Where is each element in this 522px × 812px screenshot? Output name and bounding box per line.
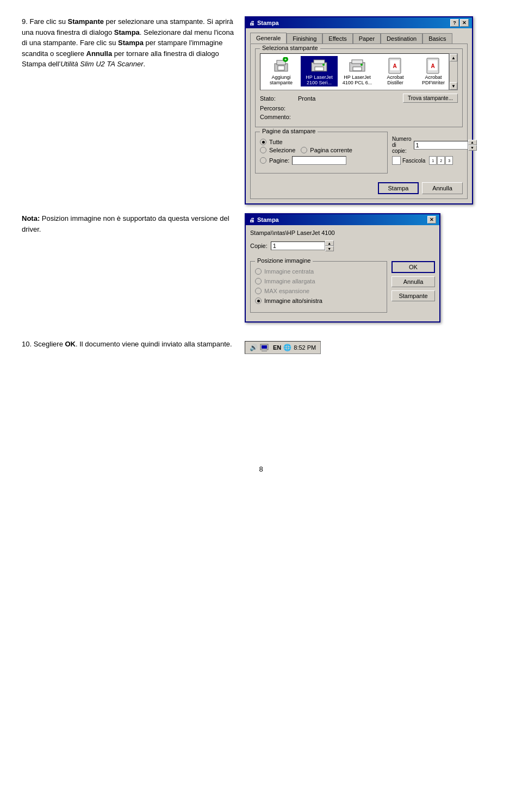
copie-down-btn[interactable]: ▼: [468, 145, 477, 151]
printer-hp2100-icon: [310, 57, 328, 75]
dialog1-close-btn[interactable]: ✕: [460, 19, 469, 27]
dialog2-stampante-btn[interactable]: Stampante: [391, 290, 435, 301]
dialog2-printer-name: Stampa\\ntas\HP LaserJet 4100: [250, 230, 435, 236]
tab-generale[interactable]: Generale: [250, 33, 287, 44]
radio-max[interactable]: MAX espansione: [255, 288, 382, 294]
radio-pagine[interactable]: Pagine:: [260, 156, 383, 165]
svg-rect-22: [262, 351, 267, 351]
percorso-label: Percorso:: [260, 105, 298, 111]
dialog1-title-bar: 🖨 Stampa ? ✕: [246, 17, 472, 28]
middle-section: Nota: Posizion immagine non è supportato…: [22, 213, 500, 323]
radio-selezione-input[interactable]: [260, 147, 266, 153]
pagine-group-title: Pagine da stampare: [260, 128, 318, 134]
svg-rect-21: [263, 350, 266, 351]
dialog2-copie-label: Copie:: [250, 243, 268, 249]
dialog2-copie-up[interactable]: ▲: [325, 240, 334, 246]
tab-effects[interactable]: Effects: [322, 33, 352, 44]
radio-alto-sinistra[interactable]: Immagine alto/sinistra: [255, 297, 382, 304]
stampa-btn[interactable]: Stampa: [378, 182, 419, 194]
taskbar-network-icon: 🌐: [283, 344, 291, 351]
dialog2-close-btn[interactable]: ✕: [427, 216, 436, 224]
printer-list-scrollbar[interactable]: ▲ ▼: [449, 53, 458, 90]
stato-row: Stato: Pronta Trova stampante...: [260, 94, 458, 103]
commento-label: Commento:: [260, 114, 298, 120]
printer-distiller-label: Acrobat Distiller: [378, 75, 412, 85]
printer-pdfwriter[interactable]: A Acrobat PDFWriter: [415, 56, 449, 86]
radio-tutte-input[interactable]: [260, 139, 266, 145]
radio-centrata[interactable]: Immagine centrata: [255, 268, 382, 275]
seleziona-stampante-group: Seleziona stampante: [255, 48, 463, 127]
dialog2-buttons: OK Annulla Stampante: [391, 257, 435, 317]
step9-bold2: Stampa: [114, 28, 140, 36]
dialog1-help-btn[interactable]: ?: [450, 19, 459, 27]
dialog2-body: Stampa\\ntas\HP LaserJet 4100 Copie: 1 ▲…: [246, 225, 439, 321]
nota-bold: Nota:: [22, 214, 40, 222]
dialog2-copie-input[interactable]: 1: [271, 241, 325, 250]
step9-italic1: Utilità Slim U2 TA Scanner: [60, 60, 143, 68]
copie-spinner[interactable]: 1 ▲ ▼: [414, 140, 477, 151]
tab-paper[interactable]: Paper: [353, 33, 381, 44]
pagine-copie-section: Pagine da stampare Tutte: [255, 132, 463, 178]
svg-rect-10: [352, 60, 363, 64]
scroll-up-btn[interactable]: ▲: [450, 54, 457, 61]
copie-input[interactable]: 1: [414, 141, 468, 150]
printer-hp2100-label: HP LaserJet 2100 Seri...: [302, 75, 336, 85]
pagine-input[interactable]: [292, 156, 346, 165]
radio-pagina-corrente[interactable]: Pagina corrente: [301, 147, 352, 153]
radio-alto-sinistra-input[interactable]: [255, 297, 262, 304]
printer-add[interactable]: + Aggiungi stampante: [263, 56, 300, 86]
step10-text1: Scegliere: [32, 340, 65, 348]
radio-selezione[interactable]: Selezione: [260, 147, 295, 153]
dialog2-copie-spinner-btns[interactable]: ▲ ▼: [325, 240, 334, 251]
printer-hp2100[interactable]: HP LaserJet 2100 Seri...: [301, 56, 338, 86]
step9-bold4: Annulla: [86, 49, 113, 58]
copy-page-1: 1: [429, 156, 437, 165]
printer-distiller[interactable]: A Acrobat Distiller: [377, 56, 414, 86]
nota-text: Posizion immagine non è supportato da qu…: [22, 214, 229, 233]
tab-destination[interactable]: Destination: [381, 33, 422, 44]
taskbar-clock: 🔊 EN 🌐 8:52 PM: [245, 341, 321, 354]
step9-text6: .: [144, 60, 146, 68]
stampa-dialog-2: 🖨 Stampa ✕ Stampa\\ntas\HP LaserJet 4100…: [245, 213, 500, 323]
radio-tutte[interactable]: Tutte: [260, 139, 383, 145]
scroll-down-btn[interactable]: ▼: [450, 82, 457, 90]
step9-text: 9. Fare clic su Stampante per selezionar…: [22, 16, 234, 204]
radio-allargata[interactable]: Immagine allargata: [255, 278, 382, 284]
copie-spinner-buttons[interactable]: ▲ ▼: [468, 140, 477, 151]
printer-pdfwriter-label: Acrobat PDFWriter: [417, 75, 449, 85]
tab-finishing[interactable]: Finishing: [287, 33, 322, 44]
copie-up-btn[interactable]: ▲: [468, 140, 477, 145]
copie-row: Numero di copie: 1 ▲ ▼: [392, 136, 463, 154]
posizione-group: Posizione immagine Immagine centrata Imm…: [250, 261, 387, 313]
dialog2-copie-down[interactable]: ▼: [325, 246, 334, 251]
add-printer-label: Aggiungi stampante: [265, 75, 297, 85]
dialog2-copie-spinner[interactable]: 1 ▲ ▼: [271, 240, 334, 251]
fascicola-row: Fascicola 1 2: [392, 156, 463, 165]
trova-stampante-btn[interactable]: Trova stampante...: [403, 94, 458, 103]
printer-list[interactable]: + Aggiungi stampante: [260, 53, 449, 90]
radio-centrata-input[interactable]: [255, 268, 262, 275]
printer-hp4100-label: HP LaserJet 4100 PCL 6...: [340, 75, 374, 85]
dialog2-ok-btn[interactable]: OK: [391, 261, 435, 273]
dialog2-title-bar: 🖨 Stampa ✕: [246, 214, 439, 225]
taskbar-time: 8:52 PM: [294, 344, 316, 351]
radio-pagina-corrente-input[interactable]: [301, 147, 307, 153]
dialog1-tabs: Generale Finishing Effects Paper Destina…: [250, 33, 468, 44]
fascicola-checkbox[interactable]: [392, 156, 401, 165]
commento-row: Commento:: [260, 114, 458, 120]
radio-allargata-input[interactable]: [255, 278, 262, 284]
svg-rect-11: [353, 67, 362, 71]
radio-max-input[interactable]: [255, 288, 262, 294]
taskbar-section: 🔊 EN 🌐 8:52 PM: [245, 339, 500, 356]
step10-bold1: OK: [65, 340, 76, 348]
tab-basics[interactable]: Basics: [422, 33, 452, 44]
posizione-radio-group: Immagine centrata Immagine allargata MAX…: [255, 266, 382, 308]
svg-point-8: [322, 64, 325, 66]
stampa-dialog-1: 🖨 Stampa ? ✕ Generale Finishing Effects …: [245, 16, 500, 204]
dialog1-annulla-btn[interactable]: Annulla: [422, 182, 463, 194]
copie-value: 1: [416, 142, 419, 148]
dialog2-annulla-btn[interactable]: Annulla: [391, 276, 435, 287]
seleziona-stampante-title: Seleziona stampante: [260, 45, 320, 51]
radio-pagine-input[interactable]: [260, 157, 266, 164]
printer-hp4100[interactable]: HP LaserJet 4100 PCL 6...: [339, 56, 376, 86]
